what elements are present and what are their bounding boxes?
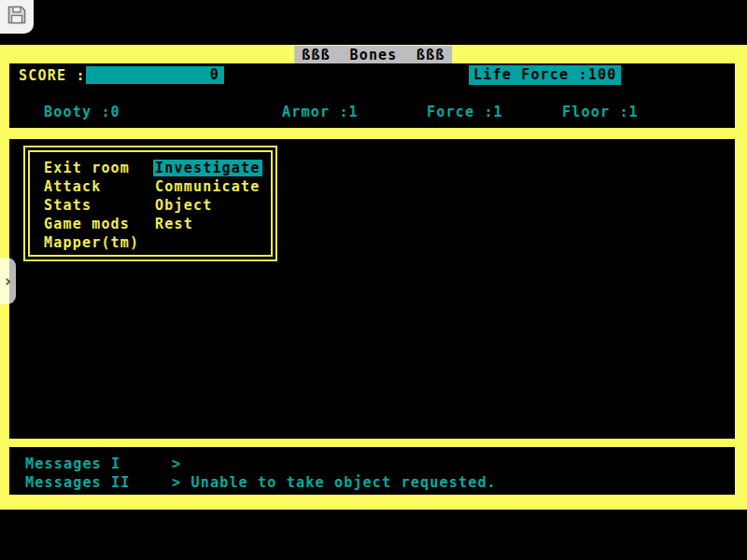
- score-label: SCORE :: [19, 67, 86, 84]
- drawer-handle[interactable]: ›: [0, 258, 16, 304]
- status-panel: SCORE : 0 Life Force :100 Booty :0 Armor…: [9, 63, 735, 128]
- main-panel: Exit room Attack Stats Game mods Mapper(…: [9, 139, 735, 439]
- floppy-disk-icon: [6, 4, 28, 30]
- message-row-2: Messages II > Unable to take object requ…: [9, 474, 735, 493]
- menu-item-label: Game mods: [42, 216, 132, 232]
- stat-force: Force :1: [427, 104, 503, 120]
- messages-1-text: >: [172, 455, 181, 472]
- stat-armor: Armor :1: [282, 104, 359, 120]
- chevron-right-icon: ›: [5, 273, 11, 289]
- messages-1-label: Messages I: [25, 455, 120, 472]
- save-button[interactable]: [0, 0, 34, 34]
- menu-item-stats[interactable]: Stats: [42, 197, 141, 216]
- menu-item-exit-room[interactable]: Exit room: [42, 160, 141, 178]
- menu-item-game-mods[interactable]: Game mods: [42, 216, 141, 234]
- game-screen: ßßß Bones ßßß SCORE : 0 Life Force :100 …: [0, 45, 747, 510]
- menu-item-label: Attack: [42, 178, 103, 195]
- menu-item-mapper[interactable]: Mapper(tm): [42, 234, 141, 253]
- menu-item-label: Exit room: [42, 160, 132, 176]
- messages-2-label: Messages II: [25, 474, 131, 491]
- menu-item-label: Mapper(tm): [42, 234, 141, 251]
- menu-item-label: Communicate: [153, 178, 262, 195]
- menu-item-investigate[interactable]: Investigate: [153, 160, 262, 178]
- life-force-value: Life Force :100: [469, 65, 621, 85]
- menu-left-column: Exit room Attack Stats Game mods Mapper(…: [42, 160, 141, 253]
- messages-2-text: > Unable to take object requested.: [172, 474, 497, 491]
- messages-panel: Messages I > Messages II > Unable to tak…: [9, 447, 735, 495]
- menu-item-rest[interactable]: Rest: [153, 216, 262, 234]
- message-row-1: Messages I >: [9, 455, 735, 474]
- command-menu: Exit room Attack Stats Game mods Mapper(…: [23, 146, 277, 261]
- menu-item-communicate[interactable]: Communicate: [153, 178, 262, 197]
- stat-booty: Booty :0: [44, 104, 120, 120]
- score-bar: 0: [86, 66, 224, 84]
- menu-item-label: Rest: [153, 216, 195, 232]
- menu-right-column: Investigate Communicate Object Rest: [153, 160, 262, 234]
- game-title: ßßß Bones ßßß: [294, 46, 452, 65]
- menu-item-attack[interactable]: Attack: [42, 178, 141, 197]
- command-menu-inner: Exit room Attack Stats Game mods Mapper(…: [28, 150, 273, 257]
- menu-item-label: Object: [153, 197, 214, 214]
- menu-item-label: Stats: [42, 197, 93, 214]
- menu-item-object[interactable]: Object: [153, 197, 262, 216]
- stat-floor: Floor :1: [562, 104, 639, 120]
- menu-item-label: Investigate: [153, 160, 262, 176]
